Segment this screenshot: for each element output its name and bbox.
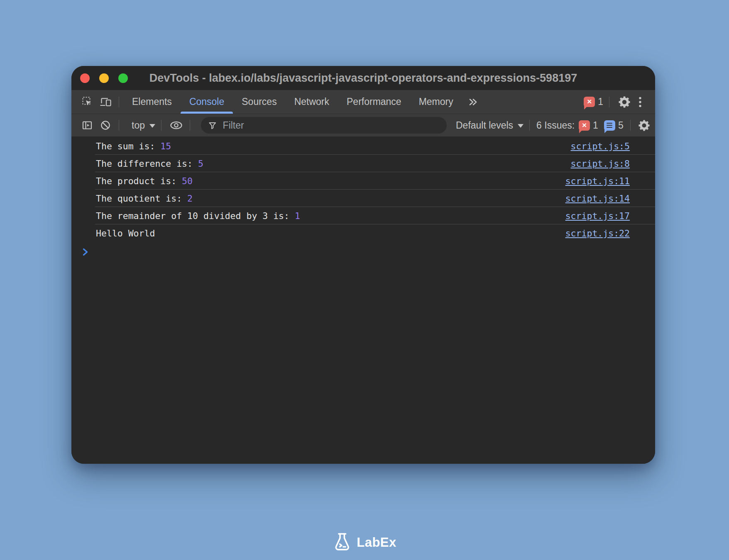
divider <box>161 120 161 131</box>
source-link[interactable]: script.js:8 <box>571 158 630 169</box>
kebab-menu-icon <box>638 96 642 108</box>
console-message-row: The quotient is: 2 script.js:14 <box>71 190 655 207</box>
caret-down-icon <box>518 124 524 128</box>
panel-tabs: Elements Console Sources Network Perform… <box>123 90 462 114</box>
source-link[interactable]: script.js:17 <box>565 211 630 221</box>
issues-error-count: 1 <box>593 120 598 131</box>
eye-icon <box>169 120 183 130</box>
inspect-icon <box>82 96 93 107</box>
divider <box>190 120 190 131</box>
device-toolbar-icon <box>100 97 111 107</box>
filter-box[interactable] <box>201 117 447 134</box>
console-message-row: The remainder of 10 divided by 3 is: 1 s… <box>71 207 655 224</box>
console-message-value: 2 <box>187 193 193 204</box>
console-sidebar-icon <box>82 120 93 130</box>
tab-memory[interactable]: Memory <box>410 90 462 114</box>
brand-name: LabEx <box>357 535 396 550</box>
more-tabs-button[interactable] <box>462 93 484 111</box>
devtools-tabbar: Elements Console Sources Network Perform… <box>71 90 655 114</box>
labex-brand: LabEx <box>333 532 396 553</box>
console-message-row: The difference is: 5 script.js:8 <box>71 155 655 172</box>
filter-funnel-icon <box>208 121 217 130</box>
tab-sources[interactable]: Sources <box>233 90 285 114</box>
error-count: 1 <box>598 96 603 107</box>
divider <box>529 120 530 131</box>
titlebar: DevTools - labex.io/labs/javascript-java… <box>71 66 655 90</box>
tab-performance[interactable]: Performance <box>338 90 410 114</box>
device-toolbar-button[interactable] <box>96 93 115 111</box>
inspect-element-button[interactable] <box>78 93 96 111</box>
caret-down-icon <box>149 124 155 128</box>
live-expression-button[interactable] <box>167 116 186 134</box>
issues-label: 6 Issues: <box>536 120 575 131</box>
filter-input[interactable] <box>222 119 439 131</box>
error-bubble-icon: × <box>584 97 595 107</box>
window-title: DevTools - labex.io/labs/javascript-java… <box>149 72 577 85</box>
console-toolbar: top Default levels 6 Issues: × 1 <box>71 114 655 136</box>
gear-icon <box>618 96 631 108</box>
console-message-value: 1 <box>295 211 300 221</box>
clear-console-icon <box>100 120 111 131</box>
traffic-light-minimize-icon[interactable] <box>99 73 109 83</box>
console-messages: The sum is: 15 script.js:5 The differenc… <box>71 137 655 242</box>
console-message-row: The product is: 50 script.js:11 <box>71 172 655 190</box>
labex-flask-icon <box>333 532 352 553</box>
error-counter[interactable]: × 1 <box>584 96 603 107</box>
settings-button[interactable] <box>615 93 634 111</box>
console-message-text: The remainder of 10 divided by 3 is: 1 <box>96 211 300 221</box>
source-link[interactable]: script.js:22 <box>565 228 630 239</box>
message-bubble-icon <box>604 120 615 131</box>
console-prompt[interactable] <box>83 248 655 256</box>
console-message-row: The sum is: 15 script.js:5 <box>71 137 655 155</box>
main-menu-button[interactable] <box>634 93 647 111</box>
console-message-text: The difference is: 5 <box>96 158 203 169</box>
console-message-text: The quotient is: 2 <box>96 193 193 204</box>
more-tabs-icon <box>467 97 478 107</box>
log-levels-label: Default levels <box>456 120 513 131</box>
console-message-text: The sum is: 15 <box>96 141 171 151</box>
source-link[interactable]: script.js:5 <box>571 141 630 151</box>
traffic-lights <box>80 73 128 83</box>
console-message-value: 50 <box>182 176 193 186</box>
console-message-text: The product is: 50 <box>96 176 193 186</box>
source-link[interactable]: script.js:14 <box>565 193 630 204</box>
issues-counter[interactable]: 6 Issues: × 1 5 <box>536 120 624 131</box>
divider <box>119 120 119 131</box>
tab-network[interactable]: Network <box>286 90 338 114</box>
console-message-text: Hello World <box>96 228 155 239</box>
clear-console-button[interactable] <box>96 116 115 134</box>
log-levels-selector[interactable]: Default levels <box>456 120 524 131</box>
gear-icon <box>638 119 650 131</box>
context-selector-label: top <box>132 120 145 131</box>
traffic-light-close-icon[interactable] <box>80 73 90 83</box>
source-link[interactable]: script.js:11 <box>565 176 630 186</box>
console-message-row: Hello World script.js:22 <box>71 224 655 242</box>
divider <box>609 97 609 107</box>
console-settings-button[interactable] <box>636 116 652 134</box>
traffic-light-zoom-icon[interactable] <box>118 73 128 83</box>
console-message-value: 15 <box>160 141 171 151</box>
divider <box>630 120 631 131</box>
tab-console[interactable]: Console <box>181 90 233 114</box>
issues-message-count: 5 <box>618 120 624 131</box>
context-selector[interactable]: top <box>132 120 155 131</box>
console-output: The sum is: 15 script.js:5 The differenc… <box>71 136 655 464</box>
error-bubble-icon: × <box>579 120 590 131</box>
prompt-chevron-icon <box>83 248 88 256</box>
devtools-window: DevTools - labex.io/labs/javascript-java… <box>71 66 655 464</box>
console-sidebar-button[interactable] <box>78 116 96 134</box>
tab-elements[interactable]: Elements <box>123 90 181 114</box>
console-message-value: 5 <box>198 158 203 169</box>
divider <box>119 97 119 107</box>
